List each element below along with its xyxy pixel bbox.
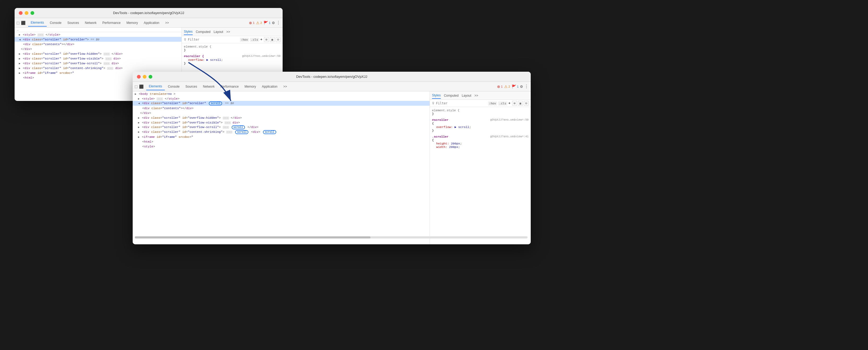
top-minimize-button[interactable] — [25, 11, 28, 15]
top-styles-filter: ⊽ :hov .cls + ⊞ ▣ ⊟ — [182, 36, 283, 43]
top-filter-icon: ⊽ — [184, 38, 186, 42]
top-color-icon[interactable]: ▣ — [270, 37, 275, 42]
tab-network-top[interactable]: Network — [82, 19, 99, 26]
bottom-elements-line-1[interactable]: ▶ <style> ··· </style> — [133, 96, 430, 101]
top-elements-line-0[interactable]: ▶ <style> ··· </style> — [14, 32, 182, 37]
top-filter-badges: :hov .cls + — [240, 37, 262, 42]
top-elements-line-4[interactable]: ▶ <div class="scroller" id="overflow-hid… — [14, 51, 182, 56]
bottom-filter-input[interactable] — [436, 101, 487, 105]
bottom-rule1-open: { — [432, 122, 529, 125]
bottom-hov-badge[interactable]: :hov — [488, 101, 497, 106]
top-cls-badge[interactable]: .cls — [250, 38, 259, 42]
tab-elements-top[interactable]: Elements — [28, 19, 47, 27]
top-rule1-value: ▶ scroll — [207, 58, 221, 62]
bottom-elements-line-10[interactable]: <html> — [133, 139, 430, 144]
bottom-maximize-button[interactable] — [149, 75, 152, 79]
tab-elements-bottom[interactable]: Elements — [146, 83, 165, 90]
bottom-more-icon[interactable]: ⋮ — [524, 84, 529, 89]
top-maximize-button[interactable] — [31, 11, 34, 15]
bottom-elements-line-2[interactable]: ▼ <div class="scroller" id="scroller" sc… — [133, 101, 430, 106]
bottom-rule1-header: #scroller gOVpXJJ?ano…ue&view=:50 — [432, 118, 529, 122]
bottom-style-icons: ⊞ ▣ ⊟ — [512, 101, 529, 106]
bottom-tab-computed[interactable]: Computed — [444, 93, 459, 98]
tab-application-bottom[interactable]: Application — [259, 83, 280, 90]
top-hov-badge[interactable]: :hov — [240, 38, 249, 42]
top-styles-inner-tabs: Styles Computed Layout >> — [182, 28, 283, 36]
bottom-elements-line-6[interactable]: ▶ <div class="scroller" id="overflow-vis… — [133, 120, 430, 125]
bottom-element-style-close: } — [432, 112, 529, 116]
bottom-rule2-prop1-line: height: 200px; — [436, 142, 529, 145]
top-elements-line-5[interactable]: ▶ <div class="scroller" id="overflow-vis… — [14, 56, 182, 61]
top-triangle-4: ▶ — [19, 52, 21, 56]
bottom-elements-line-3[interactable]: <div class="contents"></div> — [133, 106, 430, 111]
bottom-color-icon[interactable]: ▣ — [518, 101, 523, 106]
tab-performance-bottom[interactable]: Performance — [218, 83, 242, 90]
top-tab-more[interactable]: >> — [226, 29, 230, 35]
top-elements-line-2[interactable]: <div class="contents"></div> — [14, 42, 182, 47]
top-element-style-rule: element.style { } — [184, 45, 280, 52]
top-style-icons: ⊞ ▣ ⊟ — [264, 37, 280, 42]
bottom-cls-badge[interactable]: .cls — [498, 101, 507, 106]
bottom-minimize-button[interactable] — [143, 75, 147, 79]
bottom-elements-line-5[interactable]: ▶ <div class="scroller" id="overflow-hid… — [133, 115, 430, 120]
bottom-rule2-val1: 200px — [451, 142, 460, 145]
top-elements-line-3[interactable]: </div> — [14, 47, 182, 51]
tab-memory-top[interactable]: Memory — [124, 19, 141, 26]
top-cursor-icon[interactable]: ⬚ — [17, 20, 19, 25]
tab-more-bottom[interactable]: >> — [281, 83, 290, 90]
tab-memory-bottom[interactable]: Memory — [242, 83, 258, 90]
top-elements-line-1[interactable]: ▼ <div class="scroller" id="scroller"> =… — [14, 37, 182, 42]
bottom-settings-icon[interactable]: ⚙ — [520, 84, 523, 89]
bottom-cursor-icon[interactable]: ⬚ — [135, 84, 137, 89]
bottom-scroll-thumb — [135, 236, 370, 238]
bottom-elements-line-0[interactable]: ▶ <body translate=no > — [133, 91, 430, 96]
top-elements-line-6[interactable]: ▶ <div class="scroller" id="overflow-scr… — [14, 61, 182, 66]
bottom-elements-line-11[interactable]: <style> — [133, 144, 430, 149]
top-rule1-header: #scroller { gOVpXJJ?noc…ue&view=:50 — [184, 54, 280, 58]
bottom-scroll-badge-2: scroll — [232, 125, 245, 129]
bottom-elements-line-9[interactable]: ▶ <iframe id="iframe" srcdoc=" — [133, 135, 430, 139]
top-tab-computed[interactable]: Computed — [196, 29, 211, 35]
top-scroller-rule: #scroller { gOVpXJJ?noc…ue&view=:50 over… — [184, 54, 280, 65]
bottom-elements-line-4[interactable]: </div> — [133, 111, 430, 115]
bottom-scroller-rule-1: #scroller gOVpXJJ?ano…ue&view=:50 { over… — [432, 118, 529, 132]
bottom-tab-more[interactable]: >> — [474, 93, 478, 98]
bottom-horizontal-scroll[interactable] — [135, 236, 430, 238]
top-tab-layout[interactable]: Layout — [214, 29, 223, 35]
top-more-icon[interactable]: ⋮ — [276, 20, 280, 25]
top-error-badge: ⊗ 1 — [249, 21, 254, 25]
top-triangle-1: ▼ — [18, 39, 21, 40]
top-filter-input[interactable] — [188, 38, 238, 41]
bottom-rule2-val2: 200px — [449, 145, 458, 149]
bottom-rule2-source: gOVpXJJ?ano…ue&view=:41 — [490, 135, 529, 138]
bottom-add-icon[interactable]: + — [508, 101, 510, 106]
tab-sources-bottom[interactable]: Sources — [183, 83, 200, 90]
bottom-inspect-icon[interactable]: ⬛ — [139, 84, 144, 89]
bottom-elements-line-8[interactable]: ▶ <div class="scroller" id="content-shri… — [133, 129, 430, 135]
tab-sources-top[interactable]: Sources — [65, 19, 82, 26]
bottom-layout-icon[interactable]: ⊟ — [524, 101, 529, 106]
top-add-icon[interactable]: + — [260, 37, 262, 42]
tab-performance-top[interactable]: Performance — [100, 19, 123, 26]
bottom-tab-styles[interactable]: Styles — [432, 92, 441, 99]
bottom-close-button[interactable] — [137, 75, 141, 79]
bottom-filter-badges: :hov .cls + — [488, 101, 510, 106]
top-element-style-label: element.style { — [184, 45, 280, 48]
bottom-elements-line-7[interactable]: ▶ <div class="scroller" id="overflow-scr… — [133, 125, 430, 129]
top-new-style-icon[interactable]: ⊞ — [264, 37, 269, 42]
bottom-tab-layout[interactable]: Layout — [462, 93, 471, 98]
tab-network-bottom[interactable]: Network — [200, 83, 217, 90]
tab-more-top[interactable]: >> — [163, 19, 172, 26]
top-settings-icon[interactable]: ⚙ — [272, 20, 275, 25]
top-inspect-icon[interactable]: ⬛ — [21, 21, 26, 25]
top-element-style-close: } — [184, 48, 280, 52]
top-layout-icon[interactable]: ⊟ — [276, 37, 280, 42]
tab-application-top[interactable]: Application — [141, 19, 162, 26]
bottom-new-style-icon[interactable]: ⊞ — [512, 101, 517, 106]
top-close-button[interactable] — [19, 11, 23, 15]
top-warning-badge: ⚠ 2 — [256, 21, 262, 25]
top-tab-styles[interactable]: Styles — [184, 29, 193, 35]
tab-console-top[interactable]: Console — [47, 19, 64, 26]
top-elements-line-7[interactable]: ▶ <div class="scroller" id="content-shri… — [14, 66, 182, 70]
tab-console-bottom[interactable]: Console — [165, 83, 182, 90]
